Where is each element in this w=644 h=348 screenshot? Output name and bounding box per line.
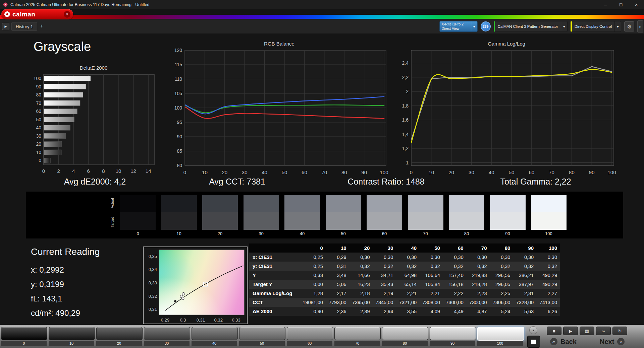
table-cell: 2,25 (490, 291, 513, 296)
link-button[interactable]: ∞ (596, 327, 611, 335)
patch-button-40[interactable] (192, 327, 238, 340)
swatch-label: 40 (284, 231, 320, 236)
patch-button-50[interactable] (239, 327, 285, 340)
chevron-down-icon[interactable]: ▾ (64, 11, 70, 18)
svg-text:100: 100 (380, 169, 388, 175)
svg-text:85: 85 (177, 148, 182, 154)
svg-text:0,35: 0,35 (149, 254, 157, 259)
svg-text:12: 12 (130, 168, 136, 174)
main-content: Grayscale DeltaE 2000 024681012141009080… (0, 33, 644, 325)
header-band: calman ▾ (0, 9, 644, 19)
swatch-actual (284, 195, 320, 212)
table-cell: 7345,00 (372, 300, 396, 305)
calman-logo-text: calman (12, 11, 35, 18)
back-button[interactable]: « Back (550, 337, 577, 346)
patch-label-40: 40 (192, 341, 237, 346)
gamma-chart-plot: 11,21,41,61,822,22,401020304050607080901… (396, 48, 617, 178)
meter-dropdown[interactable]: X-Rite i1Pro 2 Direct View ▾ (439, 21, 478, 32)
patch-button-30[interactable] (144, 327, 190, 340)
table-cell: 5,24 (490, 309, 513, 314)
add-tab-button[interactable]: + (38, 22, 46, 30)
svg-text:20: 20 (448, 169, 454, 175)
svg-text:40: 40 (262, 169, 267, 175)
history-collapse-button[interactable]: ▶ (2, 23, 9, 30)
gamma-chart-title: Gamma Log/Log (396, 40, 617, 48)
grayscale-swatch-band: Actual Target 0102030405060708090100 (26, 192, 623, 238)
svg-text:0: 0 (183, 169, 186, 175)
grayscale-swatch-40 (284, 195, 320, 230)
gear-icon[interactable]: ⚙ (624, 21, 634, 31)
swatch-target (449, 212, 484, 230)
table-cell: 5,06 (326, 282, 349, 287)
table-cell: 0,33 (302, 273, 326, 278)
patch-button-20[interactable] (96, 327, 143, 340)
table-cell: 0,30 (396, 255, 419, 260)
swatch-target (202, 212, 238, 230)
row-label: Target Y (249, 281, 302, 287)
side-panel-handle[interactable]: ▸ (637, 20, 643, 32)
calman-app: Calman 2025 Calman Ultimate for Business… (0, 0, 644, 348)
swatch-label: 60 (367, 231, 402, 236)
transport-controls: ■▶▦∞↻ (547, 327, 627, 335)
maximize-button[interactable]: □ (613, 0, 629, 9)
swatch-actual (161, 195, 197, 212)
table-cell: 2,36 (326, 309, 349, 314)
svg-text:90: 90 (177, 134, 182, 139)
minimize-button[interactable]: – (598, 0, 613, 9)
table-cell: 0,25 (302, 264, 326, 269)
save-icon: ▦ (585, 329, 589, 333)
table-cell: 2,21 (419, 291, 443, 296)
table-row: Y0,333,4814,6634,7164,98106,64157,40219,… (249, 271, 560, 280)
svg-text:6: 6 (87, 168, 90, 174)
svg-text:30: 30 (242, 169, 248, 175)
patch-button-80[interactable] (382, 327, 428, 340)
patch-label-30: 30 (144, 341, 190, 346)
patch-button-90[interactable] (430, 327, 476, 340)
play-button[interactable]: ▶ (563, 327, 578, 335)
grayscale-swatch-30 (244, 195, 279, 230)
swatch-actual (449, 195, 484, 212)
grayscale-swatch-20 (202, 195, 238, 230)
play-icon: ▶ (569, 329, 572, 333)
patch-button-10[interactable] (49, 327, 95, 340)
patch-button-70[interactable] (334, 327, 381, 340)
patch-button-0[interactable] (1, 327, 47, 340)
patch-button-100[interactable] (477, 327, 524, 341)
svg-text:0: 0 (410, 169, 413, 175)
window-controls: – □ × (598, 0, 644, 9)
next-chevron-icon: » (617, 338, 625, 345)
row-label: ΔE 2000 (249, 308, 302, 314)
next-button[interactable]: Next » (600, 337, 625, 346)
expand-panel-button[interactable]: ▲ (529, 326, 537, 334)
save-button[interactable]: ▦ (580, 327, 594, 335)
table-cell: 2,23 (466, 291, 490, 296)
table-cell: 0,29 (326, 255, 349, 260)
display-control-dropdown[interactable]: Direct Display Control ▾ (571, 21, 621, 32)
grayscale-swatch-50 (326, 195, 361, 230)
calman-menu-button[interactable]: calman ▾ (1, 9, 73, 19)
table-cell: 7308,00 (419, 300, 443, 305)
swatch-label: 50 (326, 231, 361, 236)
svg-text:20: 20 (222, 169, 227, 175)
refresh-icon: ↻ (618, 329, 622, 333)
tab-history-1[interactable]: History 1 (11, 22, 37, 31)
table-cell: 0,30 (349, 255, 373, 260)
svg-text:30: 30 (36, 133, 41, 139)
table-cell: 0,30 (513, 255, 536, 260)
pattern-window-button[interactable] (527, 336, 540, 348)
stop-button[interactable]: ■ (547, 327, 561, 335)
refresh-button[interactable]: ↻ (612, 327, 627, 335)
table-cell: 0,32 (513, 264, 536, 269)
table-cell: 490,29 (536, 282, 560, 287)
swatch-label: 30 (244, 231, 279, 236)
table-cell: 14,66 (349, 273, 373, 278)
svg-text:40: 40 (489, 169, 494, 175)
pattern-generator-dropdown[interactable]: CalMAN Client 3 Pattern Generator ▾ (494, 21, 568, 32)
column-header: 70 (466, 245, 490, 251)
meter-count-badge[interactable]: 239 (481, 21, 491, 31)
close-button[interactable]: × (629, 0, 644, 9)
table-cell: 0,30 (443, 255, 466, 260)
table-cell: 2,39 (349, 309, 373, 314)
swatch-target (120, 212, 156, 230)
patch-button-60[interactable] (287, 327, 333, 340)
